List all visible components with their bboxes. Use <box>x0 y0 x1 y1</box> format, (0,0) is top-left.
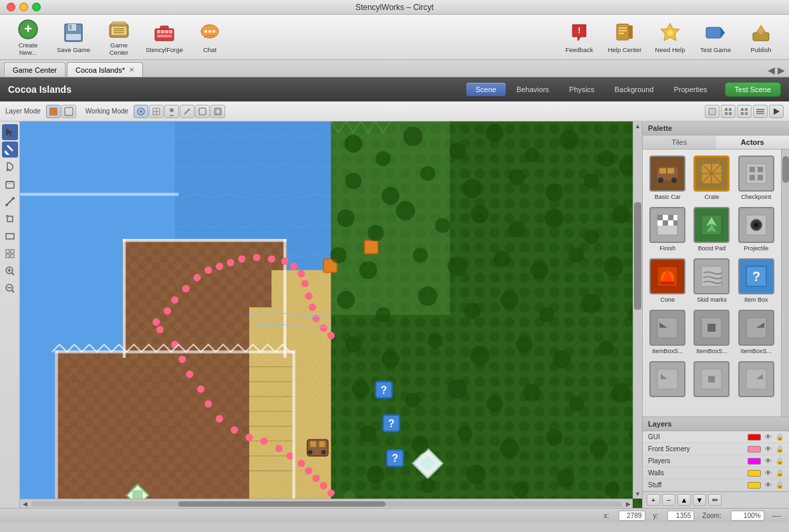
layer-eye-stuff[interactable]: 👁 <box>765 481 772 489</box>
toolbar-need-help[interactable]: Need Help <box>649 18 691 57</box>
palette-tab-tiles[interactable]: Tiles <box>643 136 716 149</box>
toolbar-feedback[interactable]: ! Feedback <box>558 18 601 57</box>
tool-grid[interactable] <box>2 246 18 262</box>
canvas-hscroll[interactable]: ◀ ▶ <box>20 499 633 508</box>
layer-add-btn[interactable]: + <box>647 494 660 506</box>
palette-item-item-box[interactable]: ? Item Box <box>736 256 777 305</box>
layer-lock-stuff[interactable]: 🔒 <box>776 481 784 489</box>
svg-rect-270 <box>673 215 677 220</box>
layer-remove-btn[interactable]: − <box>662 494 675 506</box>
scene-tab-behaviors[interactable]: Behaviors <box>507 83 559 96</box>
view-btn-1[interactable] <box>705 105 720 118</box>
canvas-vscroll-thumb[interactable] <box>634 202 641 310</box>
game-map: ? ? ? <box>20 121 642 508</box>
test-scene-button[interactable]: Test Scene <box>725 82 781 97</box>
palette-item-itemboxs3[interactable]: ItemBoxS... <box>736 308 777 356</box>
tab-game-center[interactable]: Game Center <box>4 62 65 77</box>
palette-item-actor4c[interactable] <box>736 359 777 401</box>
tool-line[interactable] <box>2 194 18 210</box>
working-mode-btn-4[interactable] <box>180 105 194 118</box>
toolbar-save-game[interactable]: Save Game <box>52 18 95 57</box>
tab-close-button[interactable]: ✕ <box>129 66 134 73</box>
palette-item-boost-pad[interactable]: Boost Pad <box>691 205 732 254</box>
canvas-hscroll-right[interactable]: ▶ <box>623 499 633 508</box>
toolbar-chat[interactable]: Chat <box>188 18 231 57</box>
layer-eye-walls[interactable]: 👁 <box>765 469 772 477</box>
working-mode-btn-1[interactable] <box>134 105 148 118</box>
tool-select[interactable] <box>2 124 18 140</box>
palette-item-itemboxs1[interactable]: ItemBoxS... <box>647 308 688 356</box>
scene-tab-background[interactable]: Background <box>605 83 663 96</box>
close-button[interactable] <box>7 3 15 11</box>
palette-vscrollbar-thumb[interactable] <box>782 156 789 183</box>
tab-nav-prev[interactable]: ◀ <box>768 65 775 75</box>
canvas-vscroll[interactable]: ▲ ▼ <box>633 121 642 499</box>
minimize-button[interactable] <box>19 3 28 11</box>
scene-tab-physics[interactable]: Physics <box>560 83 604 96</box>
layer-lock-walls[interactable]: 🔒 <box>776 469 784 477</box>
layer-lock-gui[interactable]: 🔒 <box>776 433 784 441</box>
palette-item-crate[interactable]: Crate <box>691 154 732 202</box>
layer-down-btn[interactable]: ▼ <box>693 494 706 506</box>
palette-item-finish[interactable]: Finish <box>647 205 688 254</box>
play-btn[interactable] <box>769 105 784 118</box>
palette-item-checkpoint[interactable]: Checkpoint <box>736 154 777 202</box>
layer-eye-gui[interactable]: 👁 <box>765 433 772 441</box>
palette-name-skid-marks: Skid marks <box>697 296 727 303</box>
layer-eye-front-scenery[interactable]: 👁 <box>765 445 772 453</box>
palette-item-projectile[interactable]: Projectile <box>736 205 777 254</box>
layer-up-btn[interactable]: ▲ <box>677 494 691 506</box>
tool-zoom-out[interactable] <box>2 280 18 296</box>
scene-tab-properties[interactable]: Properties <box>664 83 716 96</box>
working-mode-btn-5[interactable] <box>195 105 210 118</box>
tool-scale[interactable] <box>2 211 18 227</box>
layer-eye-players[interactable]: 👁 <box>765 457 772 465</box>
tool-zoom-in[interactable] <box>2 263 18 279</box>
working-mode-buttons <box>134 105 225 118</box>
svg-point-135 <box>313 475 320 482</box>
working-mode-btn-6[interactable] <box>210 105 225 118</box>
working-mode-btn-3[interactable] <box>164 105 179 118</box>
status-zoom-value: 100% <box>731 511 764 521</box>
tab-cocoa-islands[interactable]: Cocoa Islands* ✕ <box>67 62 143 77</box>
maximize-button[interactable] <box>32 3 41 11</box>
layer-edit-btn[interactable]: ✏ <box>708 494 722 506</box>
layer-name-stuff: Stuff <box>648 481 744 489</box>
tool-eraser[interactable] <box>2 176 18 192</box>
palette-item-basic-car[interactable]: Basic Car <box>647 154 688 202</box>
toolbar-test-game[interactable]: Test Game <box>694 18 737 57</box>
canvas-vscroll-up[interactable]: ▲ <box>633 121 642 131</box>
toolbar-stencylforge[interactable]: StencylForge <box>143 18 186 57</box>
canvas-vscroll-down[interactable]: ▼ <box>633 489 642 499</box>
view-btn-4[interactable] <box>753 105 768 118</box>
layer-mode-btn-1[interactable] <box>46 105 61 118</box>
tool-rect[interactable] <box>2 228 18 244</box>
palette-tab-actors[interactable]: Actors <box>716 136 790 149</box>
svg-point-245 <box>466 465 486 484</box>
canvas-hscroll-thumb[interactable] <box>178 501 385 507</box>
layer-mode-btn-2[interactable] <box>61 105 76 118</box>
working-mode-btn-2[interactable] <box>149 105 164 118</box>
tool-pencil[interactable] <box>2 142 18 158</box>
palette-vscrollbar[interactable] <box>781 150 789 417</box>
view-btn-3[interactable] <box>737 105 752 118</box>
tool-fill[interactable] <box>2 159 18 175</box>
toolbar-game-center[interactable]: Game Center <box>98 18 140 57</box>
scene-tab-scene[interactable]: Scene <box>466 83 506 96</box>
canvas-hscroll-left[interactable]: ◀ <box>20 499 29 508</box>
toolbar-publish[interactable]: Publish <box>740 18 782 57</box>
view-btn-2[interactable] <box>721 105 736 118</box>
svg-rect-267 <box>657 215 663 220</box>
canvas-area[interactable]: ? ? ? <box>20 121 642 508</box>
palette-item-actor4b[interactable] <box>691 359 732 401</box>
palette-tile-item-box: ? <box>738 258 774 294</box>
palette-item-cone[interactable]: Cone <box>647 256 688 305</box>
layer-lock-front-scenery[interactable]: 🔒 <box>776 445 784 453</box>
palette-item-itemboxs2[interactable]: ItemBoxS... <box>691 308 732 356</box>
tab-nav-next[interactable]: ▶ <box>778 65 785 75</box>
palette-item-skid-marks[interactable]: Skid marks <box>691 256 732 305</box>
toolbar-help-center[interactable]: Help Center <box>603 18 646 57</box>
layer-lock-players[interactable]: 🔒 <box>776 457 784 465</box>
toolbar-create-new[interactable]: + Create New... <box>7 18 49 57</box>
palette-item-actor4a[interactable] <box>647 359 688 401</box>
